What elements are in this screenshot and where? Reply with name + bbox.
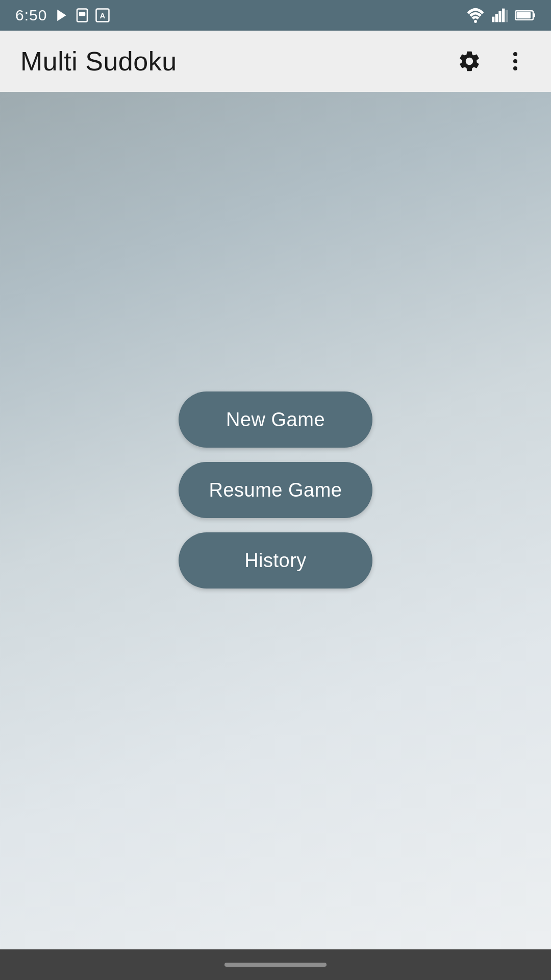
more-options-button[interactable]: [500, 46, 531, 77]
resume-game-button[interactable]: Resume Game: [179, 462, 372, 518]
svg-point-15: [513, 59, 517, 63]
status-bar-right: [466, 8, 536, 23]
svg-marker-0: [58, 10, 67, 21]
app-bar: Multi Sudoku: [0, 31, 551, 92]
svg-rect-12: [533, 13, 535, 17]
svg-rect-7: [495, 14, 498, 22]
main-content: New Game Resume Game History: [0, 92, 551, 949]
battery-icon: [515, 8, 536, 23]
app-title: Multi Sudoku: [20, 46, 177, 77]
svg-point-5: [474, 20, 477, 23]
app-bar-actions: [454, 46, 531, 77]
history-button[interactable]: History: [179, 532, 372, 589]
gear-icon: [457, 49, 482, 74]
buttons-container: New Game Resume Game History: [179, 391, 372, 589]
nav-bar: [0, 949, 551, 980]
play-icon: [54, 8, 69, 23]
svg-rect-6: [492, 17, 494, 22]
status-time: 6:50: [15, 7, 47, 24]
svg-rect-10: [506, 10, 508, 22]
svg-rect-13: [517, 12, 531, 19]
svg-rect-8: [498, 11, 501, 22]
wifi-icon: [466, 8, 485, 23]
status-bar: 6:50 A: [0, 0, 551, 31]
new-game-button[interactable]: New Game: [179, 391, 372, 448]
svg-point-14: [513, 52, 517, 56]
svg-point-16: [513, 66, 517, 70]
more-vertical-icon: [503, 49, 528, 74]
svg-rect-2: [79, 12, 86, 16]
status-icons-left: A: [54, 8, 110, 23]
signal-icon: [492, 8, 508, 23]
home-indicator: [224, 963, 327, 967]
text-a-icon: A: [95, 8, 110, 23]
svg-text:A: A: [100, 11, 106, 20]
settings-button[interactable]: [454, 46, 485, 77]
svg-rect-9: [502, 9, 505, 22]
sim-icon: [74, 8, 90, 23]
status-bar-left: 6:50 A: [15, 7, 110, 24]
